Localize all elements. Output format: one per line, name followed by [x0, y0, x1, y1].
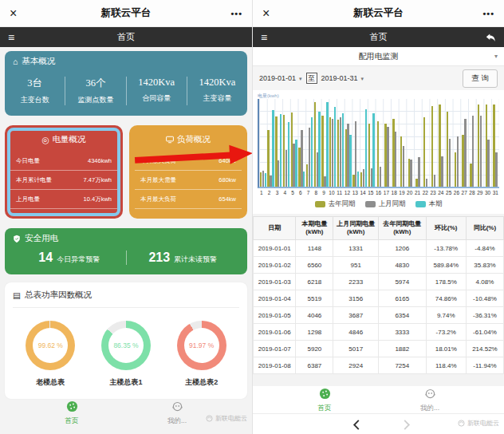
more-icon[interactable]: ••• — [471, 9, 494, 18]
bar[interactable] — [418, 157, 419, 187]
tab-mine[interactable]: 我的... — [153, 400, 201, 426]
table-cell: 9.74% — [426, 307, 466, 324]
bar[interactable] — [441, 156, 443, 187]
bar-group — [414, 99, 422, 187]
bar[interactable] — [434, 175, 435, 187]
legend-item[interactable]: 上月同期 — [365, 199, 406, 209]
table-cell: 1298 — [296, 324, 333, 341]
menu-icon[interactable]: ≡ — [261, 31, 280, 44]
bar[interactable] — [365, 109, 367, 187]
x-tick-label: 31 — [491, 190, 499, 195]
x-tick-label: 8 — [312, 190, 320, 195]
table-cell: 5974 — [378, 274, 426, 290]
bar-group — [282, 99, 290, 187]
energy-compare-chart: 电量(kwh) 12345678910111213141516171819202… — [253, 90, 504, 214]
bar[interactable] — [472, 116, 474, 187]
bar-group — [305, 99, 313, 187]
bar[interactable] — [318, 112, 320, 187]
chevron-down-icon: ▾ — [494, 53, 498, 60]
home-tab-icon — [66, 400, 78, 412]
bar[interactable] — [311, 117, 313, 187]
bar[interactable] — [380, 167, 381, 187]
bar[interactable] — [395, 132, 396, 187]
end-date-value: 2019-01-31 — [321, 74, 358, 82]
x-tick-label: 18 — [390, 190, 398, 195]
right-tabbar: 首页 我的... — [253, 386, 504, 413]
bar[interactable] — [303, 172, 305, 187]
table-row: 2019-01-03621822335974178.5%4.08% — [254, 274, 504, 290]
power-factor-gauge: 86.35 %主楼总表1 — [101, 321, 151, 388]
bar[interactable] — [326, 102, 328, 187]
table-header-cell: 本期电量 (kWh) — [296, 217, 333, 240]
basic-overview-card: ⌂ 基本概况 3台主变台数36个监测点数量1420Kva合同容量1420Kva主… — [5, 51, 247, 116]
table-cell: -73.2% — [426, 324, 466, 341]
bar[interactable] — [387, 127, 388, 187]
gauge-ring: 86.35 % — [101, 321, 151, 370]
legend-item[interactable]: 本期 — [415, 199, 443, 209]
bar[interactable] — [288, 122, 289, 187]
energy-card-title: 电量概况 — [53, 134, 86, 145]
menu-icon[interactable]: ≡ — [8, 31, 27, 44]
right-navbar: ≡ 首页 — [253, 27, 504, 47]
mine-tab-icon — [171, 400, 183, 412]
tab-mine[interactable]: 我的... — [406, 388, 454, 413]
bar[interactable] — [342, 113, 344, 187]
legend-chip — [315, 201, 325, 207]
right-wechat-titlebar: × 新联云平台 ••• — [253, 0, 504, 27]
end-date-select[interactable]: 2019-01-31 ▾ — [321, 74, 364, 82]
stat-label: 合同容量 — [127, 93, 187, 104]
monitor-type-select[interactable]: 配用电监测 ▾ — [253, 47, 504, 66]
stat-value: 36个 — [65, 77, 125, 90]
x-tick-label: 15 — [367, 190, 375, 195]
bar[interactable] — [357, 172, 359, 187]
bar[interactable] — [334, 107, 336, 187]
query-button[interactable]: 查 询 — [463, 69, 498, 88]
bar[interactable] — [495, 152, 497, 187]
basic-overview-title: 基本概况 — [22, 56, 55, 67]
bar[interactable] — [295, 140, 297, 187]
power-factor-card: ▤ 总表功率因数概况 99.62 %老楼总表86.35 %主楼总表191.97 … — [5, 282, 247, 399]
close-icon[interactable]: × — [262, 6, 286, 21]
stat-value: 1420Kva — [127, 77, 187, 89]
x-tick-label: 29 — [476, 190, 484, 195]
safety-card-title: 安全用电 — [25, 233, 58, 244]
close-icon[interactable]: × — [10, 6, 33, 21]
back-icon[interactable] — [477, 33, 496, 42]
bar[interactable] — [449, 139, 451, 187]
bar[interactable] — [480, 116, 482, 187]
tab-home[interactable]: 首页 — [48, 400, 96, 426]
bar[interactable] — [280, 114, 282, 187]
energy-label: 今日电量 — [16, 157, 40, 165]
bar[interactable] — [272, 110, 274, 187]
bar[interactable] — [372, 113, 374, 187]
bar[interactable] — [423, 117, 425, 187]
table-cell: 6218 — [296, 274, 333, 290]
safety-stat-label: 今日异常预警 — [57, 254, 100, 265]
bar[interactable] — [464, 119, 466, 187]
bar-group — [483, 99, 491, 187]
table-header-cell: 去年同期电量 (kWh) — [378, 217, 426, 240]
table-cell: 5017 — [333, 341, 379, 357]
target-icon: ◎ — [41, 135, 49, 144]
next-page-icon[interactable] — [403, 419, 411, 433]
table-cell: 589.84% — [426, 257, 466, 274]
legend-item[interactable]: 去年同期 — [315, 199, 356, 209]
bar[interactable] — [349, 135, 351, 187]
bar[interactable] — [426, 179, 427, 187]
table-cell: 1882 — [378, 341, 426, 357]
prev-page-icon[interactable] — [352, 419, 360, 433]
bar[interactable] — [265, 173, 266, 187]
safety-card[interactable]: 安全用电 14今日异常预警213累计未读预警 — [5, 228, 247, 274]
load-overview-card[interactable]: 负荷概况 今日最大负荷640kw本月最大需量680kw本月最大负荷654kw — [129, 125, 247, 219]
chart-x-axis-labels: 1234567891011121314151617181920212223242… — [258, 190, 499, 195]
start-date-select[interactable]: 2019-01-01 ▾ — [259, 74, 302, 82]
basic-stats-row: 3台主变台数36个监测点数量1420Kva合同容量1420Kva主变容量 — [5, 70, 247, 116]
table-cell: 4046 — [296, 307, 333, 324]
more-icon[interactable]: ••• — [219, 9, 242, 18]
bar[interactable] — [403, 146, 404, 187]
tab-home[interactable]: 首页 — [301, 388, 348, 413]
bar[interactable] — [410, 160, 411, 187]
bar[interactable] — [457, 136, 459, 187]
energy-overview-card[interactable]: ◎ 电量概况 今日电量4346kwh本月累计电量7.47万kwh上月电量10.4… — [5, 125, 123, 219]
bar[interactable] — [487, 140, 489, 187]
